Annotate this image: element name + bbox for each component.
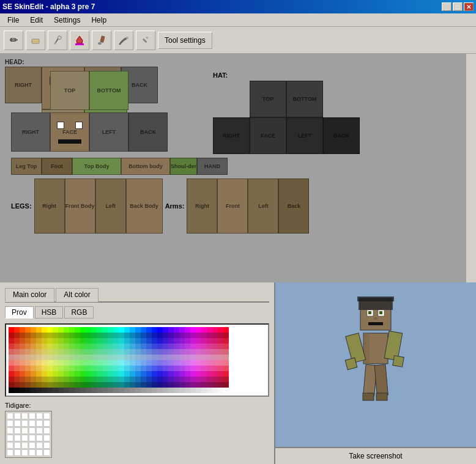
tidigare-grid[interactable]	[5, 411, 52, 458]
color-cell[interactable]	[113, 377, 119, 382]
arm-right[interactable]: Right	[187, 179, 217, 234]
color-cell[interactable]	[168, 338, 174, 344]
color-cell[interactable]	[207, 355, 212, 360]
color-cell[interactable]	[91, 388, 97, 393]
color-cell[interactable]	[157, 382, 163, 388]
leg-left-body[interactable]: Left	[95, 179, 126, 234]
color-cell[interactable]	[64, 366, 69, 371]
color-cell[interactable]	[86, 344, 91, 349]
color-cell[interactable]	[58, 338, 64, 344]
color-cell[interactable]	[58, 344, 64, 349]
color-cell[interactable]	[179, 366, 185, 371]
color-cell[interactable]	[223, 333, 229, 338]
color-cell[interactable]	[69, 333, 75, 338]
color-cell[interactable]	[53, 388, 58, 393]
color-cell[interactable]	[185, 382, 190, 388]
leg-top[interactable]: Leg Top	[11, 158, 42, 175]
color-cell[interactable]	[108, 382, 113, 388]
brush-tool[interactable]	[92, 31, 111, 50]
color-cell[interactable]	[207, 327, 212, 333]
color-cell[interactable]	[157, 371, 163, 377]
color-cell[interactable]	[141, 366, 146, 371]
color-cell[interactable]	[42, 366, 47, 371]
color-cell[interactable]	[179, 333, 185, 338]
color-cell[interactable]	[69, 388, 75, 393]
color-cell[interactable]	[25, 360, 31, 366]
color-cell[interactable]	[25, 333, 31, 338]
color-cell[interactable]	[86, 388, 91, 393]
color-cell[interactable]	[212, 338, 218, 344]
shoulder[interactable]: Shoul-der	[170, 158, 197, 175]
tidigare-cell[interactable]	[14, 427, 21, 434]
tidigare-cell[interactable]	[14, 449, 21, 456]
color-cell[interactable]	[196, 382, 201, 388]
foot[interactable]: Foot	[42, 158, 72, 175]
color-cell[interactable]	[69, 327, 75, 333]
head-left[interactable]: LEFT	[89, 112, 128, 152]
color-cell[interactable]	[135, 355, 141, 360]
color-cell[interactable]	[86, 360, 91, 366]
color-cell[interactable]	[97, 360, 102, 366]
color-cell[interactable]	[130, 338, 135, 344]
tidigare-cell[interactable]	[36, 427, 43, 434]
color-cell[interactable]	[190, 371, 196, 377]
color-cell[interactable]	[141, 338, 146, 344]
tidigare-cell[interactable]	[7, 427, 13, 434]
color-cell[interactable]	[25, 344, 31, 349]
color-cell[interactable]	[80, 360, 86, 366]
rgb-tab[interactable]: RGB	[64, 306, 94, 319]
color-cell[interactable]	[25, 327, 31, 333]
color-cell[interactable]	[207, 382, 212, 388]
color-cell[interactable]	[119, 333, 124, 338]
color-cell[interactable]	[223, 388, 229, 393]
color-cell[interactable]	[25, 371, 31, 377]
color-cell[interactable]	[201, 366, 207, 371]
color-cell[interactable]	[157, 349, 163, 355]
color-cell[interactable]	[201, 371, 207, 377]
color-cell[interactable]	[47, 377, 53, 382]
color-cell[interactable]	[152, 382, 157, 388]
color-cell[interactable]	[14, 349, 20, 355]
color-cell[interactable]	[64, 360, 69, 366]
color-cell[interactable]	[201, 333, 207, 338]
color-cell[interactable]	[14, 355, 20, 360]
tidigare-cell[interactable]	[43, 413, 50, 419]
head-back[interactable]: BACK	[128, 112, 168, 152]
color-cell[interactable]	[207, 388, 212, 393]
tidigare-cell[interactable]	[43, 435, 50, 441]
color-cell[interactable]	[152, 371, 157, 377]
color-cell[interactable]	[185, 388, 190, 393]
tidigare-cell[interactable]	[43, 427, 50, 434]
color-cell[interactable]	[130, 333, 135, 338]
color-cell[interactable]	[102, 382, 108, 388]
color-cell[interactable]	[218, 327, 223, 333]
color-cell[interactable]	[135, 388, 141, 393]
color-cell[interactable]	[146, 366, 152, 371]
color-cell[interactable]	[124, 366, 130, 371]
color-cell[interactable]	[218, 338, 223, 344]
color-cell[interactable]	[174, 366, 179, 371]
tidigare-cell[interactable]	[29, 427, 35, 434]
color-cell[interactable]	[223, 377, 229, 382]
color-cell[interactable]	[124, 333, 130, 338]
color-cell[interactable]	[201, 388, 207, 393]
color-cell[interactable]	[14, 366, 20, 371]
color-cell[interactable]	[119, 366, 124, 371]
color-cell[interactable]	[25, 388, 31, 393]
color-cell[interactable]	[86, 349, 91, 355]
color-cell[interactable]	[75, 344, 80, 349]
tidigare-cell[interactable]	[29, 435, 35, 441]
color-cell[interactable]	[69, 382, 75, 388]
color-cell[interactable]	[80, 344, 86, 349]
color-grid[interactable]	[9, 327, 266, 393]
color-cell[interactable]	[185, 338, 190, 344]
color-cell[interactable]	[86, 377, 91, 382]
color-cell[interactable]	[135, 344, 141, 349]
alt-color-tab[interactable]: Alt color	[56, 288, 98, 302]
color-cell[interactable]	[168, 377, 174, 382]
color-cell[interactable]	[31, 355, 36, 360]
color-cell[interactable]	[223, 366, 229, 371]
bottom-body[interactable]: Bottom body	[121, 158, 170, 175]
color-cell[interactable]	[69, 338, 75, 344]
color-cell[interactable]	[97, 349, 102, 355]
